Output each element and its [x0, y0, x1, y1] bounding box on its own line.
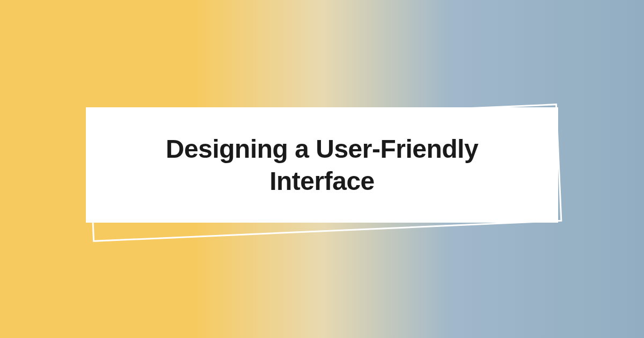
title-card: Designing a User-Friendly Interface — [86, 107, 558, 223]
title-card-wrapper: Designing a User-Friendly Interface — [86, 107, 558, 231]
page-title: Designing a User-Friendly Interface — [118, 133, 526, 197]
